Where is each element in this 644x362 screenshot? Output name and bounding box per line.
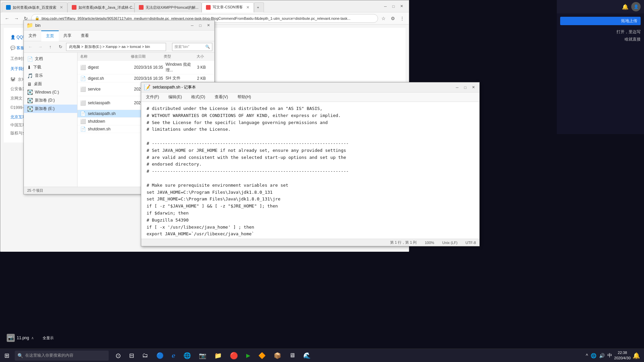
col-header-date[interactable]: 修改日期 [131,54,164,59]
file-type-0: Windows 批处理... [166,62,197,73]
notepad-maximize[interactable]: □ [462,84,469,91]
browser-tab-0[interactable]: 如何查看jdk版本_百度搜索 ✕ [2,2,67,12]
desktop-file-icon[interactable]: 📷 11.png ∧ 全显示 [7,334,54,342]
new-tab-button[interactable]: + [254,2,264,12]
user-avatar[interactable]: 👤 [631,2,641,11]
taskbar-item-chrome[interactable]: 🌐 [179,349,195,362]
col-header-type[interactable]: 类型 [164,54,197,59]
ribbon-tab-home[interactable]: 主页 [41,31,59,41]
browser-close[interactable]: ✕ [398,3,405,10]
explorer-restore[interactable]: □ [197,22,204,29]
browser-minimize[interactable]: ─ [382,3,389,10]
sidebar-label-downloads: 下载 [33,64,41,70]
tray-ime-icon[interactable]: 中 [607,353,612,359]
sidebar-item-music[interactable]: 🎵 音乐 [24,71,77,80]
nav-refresh-btn[interactable]: ↻ [56,43,65,51]
ribbon-tab-share[interactable]: 共享 [59,31,76,41]
sidebar-item-d[interactable]: 💽 新加卷 (D:) [24,96,77,105]
notepad-content[interactable]: # distributed under the License is distr… [141,102,479,239]
notepad-close[interactable]: ✕ [470,84,477,91]
browser-maximize[interactable]: □ [390,3,397,10]
tray-volume-icon[interactable]: 🔊 [599,353,605,358]
extensions-button[interactable]: ⚙ [389,14,397,22]
col-header-size[interactable]: 大小 [197,54,212,59]
explorer-address-bar[interactable]: 此电脑 > 新加卷(E:) > Xampp > aa > tomcat > bi… [66,43,166,51]
code-line-18: export JAVA_HOME=`/usr/libexec/java_home… [147,231,474,238]
sidebar-item-desktop[interactable]: 🖥 桌面 [24,80,77,88]
browser-tabs: 如何查看jdk版本_百度搜索 ✕ 如何查看jdk版本_Java_洋成林-C...… [2,0,382,12]
browser-tab-2[interactable]: 无法启动XAMPP中tomcat的解... ✕ [135,2,202,12]
menu-file[interactable]: 文件(F) [144,94,161,101]
sidebar-item-downloads[interactable]: ⬇ 下载 [24,63,77,71]
taskbar-items: ⊙ ⊟ 🗂 🔵 ℯ 🌐 📷 📁 🔴 ▶ 🔶 📦 🖥 🌊 [110,349,583,362]
nav-up-btn[interactable]: ↑ [46,43,55,51]
menu-format[interactable]: 格式(O) [189,94,207,101]
taskbar-item-app-box[interactable]: 📦 [270,349,285,362]
menu-edit[interactable]: 编辑(E) [166,94,184,101]
taskbar-item-ie[interactable]: ℯ [168,349,179,362]
start-icon: ⊞ [4,352,9,359]
explorer-minimize[interactable]: ─ [189,22,196,29]
taskbar-item-files[interactable]: 🗂 [138,349,152,362]
notification-bell-icon[interactable]: 🔔 [622,4,629,10]
new-tab-icon: + [257,5,259,9]
taskbar-item-ps[interactable]: 📷 [195,349,210,362]
tab-favicon-2 [139,5,144,10]
taskbar-item-terminal[interactable]: 🖥 [285,349,299,362]
tab-label-3: 写文章-CSDN博客 [213,5,243,10]
search-placeholder: 搜索"bin" [174,44,190,49]
tray-clock[interactable]: 22:38 2020/4/30 [614,350,631,361]
taskbar-item-search-circle[interactable]: ⊙ [111,349,125,362]
forward-button[interactable]: → [12,14,20,22]
notepad-window: 📝 setclasspath.sh - 记事本 ─ □ ✕ 文件(F) 编辑(E… [141,82,480,246]
taskbar-item-edge[interactable]: 🔵 [152,349,168,362]
taskbar-item-task-view[interactable]: ⊟ [125,349,138,362]
sidebar-item-docs[interactable]: 📄 文档 [24,55,77,63]
browser-tab-3[interactable]: 写文章-CSDN博客 ✕ [202,2,254,12]
taskbar-item-app-orange[interactable]: 🔶 [254,349,270,362]
file-size-1: 2 KB [197,76,212,81]
bookmark-button[interactable]: ☆ [379,14,387,22]
sidebar-item-e[interactable]: 💽 新加卷 (E:) [24,105,77,113]
upload-button[interactable]: 拓地上传 [560,17,641,25]
taskbar-item-app-red[interactable]: 🔴 [226,349,242,362]
tray-date: 2020/4/30 [614,356,631,361]
file-row-1[interactable]: 📄 digest.sh 2020/3/16 16:35 SH 文件 2 KB [77,74,214,82]
start-button[interactable]: ⊞ [0,349,13,362]
menu-button[interactable]: ⋮ [398,14,406,22]
menu-help[interactable]: 帮助(H) [235,94,253,101]
file-name-3: setclasspath [88,101,134,105]
col-header-name[interactable]: 名称 [80,54,131,59]
taskbar-item-app-wave[interactable]: 🌊 [299,349,315,362]
taskbar-item-app-green[interactable]: ▶ [242,349,254,362]
tab-close-0[interactable]: ✕ [60,5,63,10]
ribbon-tab-view[interactable]: 查看 [76,31,94,41]
taskbar-item-folder[interactable]: 📁 [210,349,226,362]
sidebar-item-c[interactable]: 💽 Windows (C:) [24,88,77,96]
browser-tab-1[interactable]: 如何查看jdk版本_Java_洋成林-C... ✕ [67,2,135,12]
explorer-search-box[interactable]: 搜索"bin" 🔍 [172,43,212,51]
explorer-sidebar: 📄 文档 ⬇ 下载 🎵 音乐 🖥 桌面 💽 Windows (C:) [24,53,77,187]
tray-show-hidden[interactable]: ^ [586,353,588,358]
panel-text-1: 打开，里边写 [560,28,641,36]
file-row-0[interactable]: ⬜ digest 2020/3/16 16:35 Windows 批处理... … [77,61,214,74]
taskbar-search[interactable]: 🔍 在这里输入你要搜索的内容 [15,351,109,361]
back-button[interactable]: ← [3,14,11,22]
full-display-btn[interactable]: 全显示 [43,336,54,341]
ribbon-tab-file[interactable]: 文件 [24,31,41,41]
nav-back-btn[interactable]: ← [26,43,35,51]
nav-forward-btn[interactable]: → [36,43,45,51]
explorer-ribbon: 文件 主页 共享 查看 [24,31,214,41]
tab-close-3[interactable]: ✕ [246,5,250,10]
taskbar: ⊞ 🔍 在这里输入你要搜索的内容 ⊙ ⊟ 🗂 🔵 ℯ 🌐 📷 📁 🔴 ▶ 🔶 📦… [0,349,644,362]
sidebar-label-docs: 文档 [35,56,43,62]
notepad-minimize[interactable]: ─ [454,84,461,91]
tray-network-icon[interactable]: 🌐 [591,353,596,358]
c-drive-icon: 💽 [27,89,33,95]
menu-view[interactable]: 查看(V) [213,94,230,101]
tab-favicon-3 [206,5,211,10]
explorer-close[interactable]: ✕ [205,22,212,29]
desktop-file-expand[interactable]: ∧ [31,336,34,340]
browser-titlebar: 如何查看jdk版本_百度搜索 ✕ 如何查看jdk版本_Java_洋成林-C...… [0,0,409,12]
tray-notification-icon[interactable]: 🔔 [633,352,640,359]
